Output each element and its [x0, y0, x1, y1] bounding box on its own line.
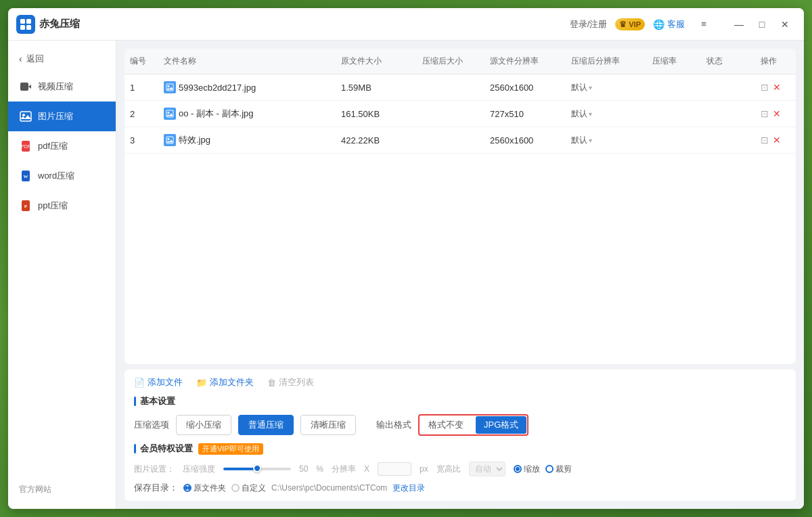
app-logo: 赤兔压缩: [16, 15, 80, 34]
resolution-dropdown-3[interactable]: 默认 ▾: [571, 135, 641, 146]
col-header-ratio: 压缩率: [647, 55, 701, 67]
sidebar-item-image[interactable]: 图片压缩: [8, 102, 116, 131]
titlebar: 赤兔压缩 登录/注册 ♛ VIP 🌐 客服 ≡ — □ ✕: [8, 8, 804, 41]
section-bar: [134, 397, 136, 406]
svg-rect-4: [20, 83, 28, 91]
options-row: 压缩选项 缩小压缩 普通压缩 清晰压缩 输出格式 格式不变 JPG格式: [134, 414, 786, 436]
cell-dst-res-2: 默认 ▾: [566, 108, 647, 120]
close-button[interactable]: ✕: [774, 14, 796, 35]
svg-rect-6: [20, 112, 31, 121]
svg-point-19: [168, 138, 170, 140]
col-header-action: 操作: [755, 55, 796, 67]
delete-icon-1[interactable]: ✕: [773, 82, 781, 93]
compress-shrink-button[interactable]: 缩小压缩: [176, 415, 231, 435]
add-file-button[interactable]: 📄 添加文件: [134, 376, 183, 388]
change-directory-button[interactable]: 更改目录: [392, 482, 425, 494]
compress-strength-slider[interactable]: [223, 468, 291, 470]
radio-crop-circle: [545, 465, 554, 473]
vip-settings-title: 会员特权设置: [134, 443, 193, 455]
clear-list-button[interactable]: 🗑 清空列表: [267, 376, 314, 388]
format-keep-button[interactable]: 格式不变: [420, 416, 472, 434]
sidebar-back-button[interactable]: ‹ 返回: [8, 46, 116, 72]
compress-clear-button[interactable]: 清晰压缩: [300, 415, 356, 435]
svg-marker-5: [28, 85, 31, 89]
table-row: 1 5993ecb2dd217.jpg 1.59MB: [125, 74, 796, 101]
save-icon-2[interactable]: ⊡: [761, 108, 769, 119]
vip-badge[interactable]: ♛ VIP: [615, 18, 645, 30]
cell-src-res-3: 2560x1600: [484, 135, 566, 145]
sidebar-item-pdf[interactable]: PDF pdf压缩: [8, 131, 116, 161]
add-folder-icon: 📁: [196, 378, 207, 388]
image-icon: [19, 110, 32, 123]
file-table: 编号 文件名称 原文件大小 压缩后大小 源文件分辨率 压缩后分辨率 压缩率 状态…: [125, 49, 796, 364]
svg-rect-0: [20, 19, 25, 24]
cell-src-res-1: 2560x1600: [484, 83, 566, 93]
radio-scale-circle: [514, 465, 522, 473]
window-controls: — □ ✕: [728, 14, 796, 35]
save-directory-row: 保存目录： 原文件夹 自定义 C:\Users\pc\Documents\CTC…: [134, 482, 786, 494]
save-path: C:\Users\pc\Documents\CTCom: [271, 483, 387, 493]
col-header-src-res: 源文件分辨率: [484, 55, 566, 67]
cell-dst-res-3: 默认 ▾: [566, 135, 647, 146]
logo-icon: [16, 15, 35, 34]
file-icon-2: [164, 108, 176, 120]
table-row: 2 oo - 副本 - 副本.jpg 161.50KB: [125, 101, 796, 127]
col-header-dst-res: 压缩后分辨率: [566, 55, 647, 67]
sidebar-item-ppt[interactable]: P ppt压缩: [8, 191, 116, 221]
cell-orig-size-1: 1.59MB: [336, 83, 417, 93]
svg-point-15: [168, 85, 170, 87]
svg-point-7: [22, 114, 25, 116]
clear-icon: 🗑: [267, 378, 276, 388]
sidebar-item-word[interactable]: W word压缩: [8, 161, 116, 191]
official-website-link[interactable]: 官方网站: [8, 476, 116, 503]
table-body: 1 5993ecb2dd217.jpg 1.59MB: [125, 74, 796, 364]
table-header: 编号 文件名称 原文件大小 压缩后大小 源文件分辨率 压缩后分辨率 压缩率 状态…: [125, 49, 796, 74]
svg-text:P: P: [24, 204, 28, 209]
img-settings-row: 图片设置： 压缩强度 50 % 分辨率 X px 宽高比 自动: [134, 462, 786, 476]
vip-upgrade-badge[interactable]: 开通VIP即可使用: [198, 443, 263, 455]
radio-crop[interactable]: 裁剪: [545, 464, 572, 475]
table-row: 3 特效.jpg 422.22KB: [125, 127, 796, 154]
radio-custom-folder[interactable]: 自定义: [231, 482, 266, 494]
aspect-ratio-select[interactable]: 自动: [469, 462, 505, 476]
cell-name-3: 特效.jpg: [158, 134, 336, 146]
resolution-dropdown-1[interactable]: 默认 ▾: [571, 82, 641, 93]
format-jpg-button[interactable]: JPG格式: [476, 416, 526, 434]
svg-rect-3: [26, 25, 31, 30]
svg-text:PDF: PDF: [21, 144, 30, 149]
col-header-index: 编号: [125, 55, 158, 67]
svg-rect-2: [20, 25, 25, 30]
add-file-icon: 📄: [134, 378, 145, 388]
sidebar: ‹ 返回 视频压缩: [8, 41, 116, 509]
radio-original-folder[interactable]: 原文件夹: [183, 482, 226, 494]
cell-src-res-2: 727x510: [484, 109, 566, 119]
compress-normal-button[interactable]: 普通压缩: [238, 415, 294, 435]
vip-settings-row: 会员特权设置 开通VIP即可使用: [134, 443, 786, 455]
pdf-icon: PDF: [19, 139, 32, 153]
add-folder-button[interactable]: 📁 添加文件夹: [196, 376, 254, 388]
cell-index-2: 2: [125, 109, 158, 119]
svg-text:W: W: [24, 174, 28, 179]
save-icon-1[interactable]: ⊡: [761, 82, 769, 93]
basic-settings-title: 基本设置: [134, 395, 786, 407]
cell-actions-1: ⊡ ✕: [755, 82, 796, 93]
delete-icon-2[interactable]: ✕: [773, 108, 781, 119]
file-icon-3: [164, 134, 176, 146]
delete-icon-3[interactable]: ✕: [773, 135, 781, 145]
col-header-name: 文件名称: [158, 55, 336, 67]
resolution-dropdown-2[interactable]: 默认 ▾: [571, 108, 641, 120]
col-header-comp-size: 压缩后大小: [417, 55, 484, 67]
service-button[interactable]: 🌐 客服: [653, 18, 685, 30]
resolution-x-input[interactable]: [378, 462, 411, 476]
svg-point-17: [168, 112, 170, 114]
radio-scale[interactable]: 缩放: [514, 464, 540, 475]
file-icon-1: [164, 81, 176, 93]
svg-rect-1: [26, 19, 31, 24]
sidebar-item-video[interactable]: 视频压缩: [8, 72, 116, 102]
main-area: 编号 文件名称 原文件大小 压缩后大小 源文件分辨率 压缩后分辨率 压缩率 状态…: [116, 41, 804, 509]
maximize-button[interactable]: □: [751, 14, 773, 35]
menu-button[interactable]: ≡: [693, 14, 715, 35]
save-icon-3[interactable]: ⊡: [761, 135, 769, 145]
login-button[interactable]: 登录/注册: [570, 18, 608, 30]
minimize-button[interactable]: —: [728, 14, 750, 35]
